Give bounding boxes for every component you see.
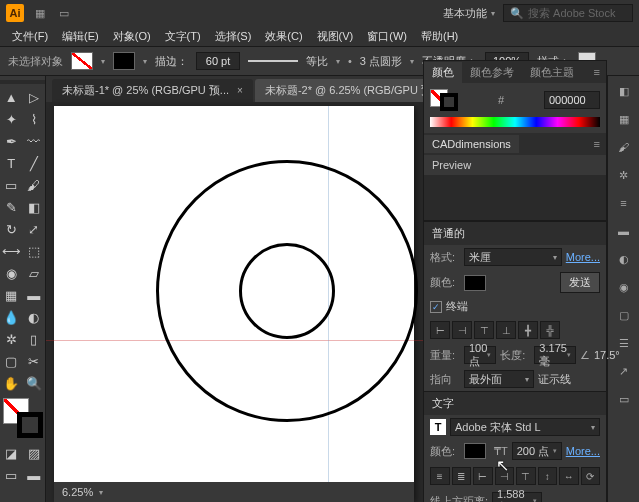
fill-stroke-control[interactable]	[3, 398, 43, 438]
symbol-sprayer-tool[interactable]: ✲	[0, 328, 23, 350]
direct-selection-tool[interactable]: ▷	[23, 86, 46, 108]
workspace-label[interactable]: 基本功能	[443, 6, 487, 21]
appearance-panel-icon[interactable]: ◉	[615, 278, 633, 296]
shape-builder-tool[interactable]: ◉	[0, 262, 23, 284]
text-align-5[interactable]: ⊤	[516, 467, 536, 485]
menu-edit[interactable]: 编辑(E)	[56, 27, 105, 46]
terminal-checkbox[interactable]: ✓	[430, 301, 442, 313]
send-button[interactable]: 发送	[560, 272, 600, 293]
transparency-panel-icon[interactable]: ◐	[615, 250, 633, 268]
slice-tool[interactable]: ✂	[23, 350, 46, 372]
menu-effect[interactable]: 效果(C)	[259, 27, 308, 46]
align-top-icon[interactable]: ⊥	[496, 321, 516, 339]
font-size-input[interactable]: 200 点▾	[512, 442, 562, 460]
text-align-1[interactable]: ≡	[430, 467, 450, 485]
artboard-tool[interactable]: ▢	[0, 350, 23, 372]
color-swatch[interactable]	[464, 275, 486, 291]
menu-file[interactable]: 文件(F)	[6, 27, 54, 46]
graphic-styles-panel-icon[interactable]: ▢	[615, 306, 633, 324]
tab-cad[interactable]: CADdimensions	[424, 135, 519, 153]
eraser-tool[interactable]: ◧	[23, 196, 46, 218]
format-select[interactable]: 米厘▾	[464, 248, 562, 266]
mini-fill-stroke[interactable]	[430, 89, 458, 111]
text-align-6[interactable]: ↕	[538, 467, 558, 485]
shaper-tool[interactable]: ✎	[0, 196, 23, 218]
swatches-panel-icon[interactable]: ▦	[615, 110, 633, 128]
menu-view[interactable]: 视图(V)	[311, 27, 360, 46]
zoom-tool[interactable]: 🔍	[23, 372, 46, 394]
fill-swatch[interactable]	[71, 52, 93, 70]
gradient-tool[interactable]: ▬	[23, 284, 46, 306]
point-select[interactable]: 最外面▾	[464, 370, 534, 388]
tab-color[interactable]: 颜色	[424, 62, 462, 83]
type-tool[interactable]: T	[0, 152, 23, 174]
uniform-label[interactable]: 等比	[306, 54, 328, 69]
inner-circle-shape[interactable]	[239, 243, 335, 339]
color-panel-icon[interactable]: ◧	[615, 82, 633, 100]
mesh-tool[interactable]: ▦	[0, 284, 23, 306]
stroke-indicator[interactable]	[17, 412, 43, 438]
close-icon[interactable]: ×	[237, 85, 243, 96]
align-right-icon[interactable]: ⊤	[474, 321, 494, 339]
stroke-panel-icon[interactable]: ≡	[615, 194, 633, 212]
chevron-down-icon[interactable]: ▾	[336, 57, 340, 66]
selection-tool[interactable]: ▲	[0, 86, 23, 108]
symbols-panel-icon[interactable]: ✲	[615, 166, 633, 184]
blend-tool[interactable]: ◐	[23, 306, 46, 328]
zoom-status[interactable]: 6.25%▾	[54, 482, 414, 502]
menu-select[interactable]: 选择(S)	[209, 27, 258, 46]
menu-type[interactable]: 文字(T)	[159, 27, 207, 46]
text-align-2[interactable]: ≣	[452, 467, 472, 485]
text-align-8[interactable]: ⟳	[581, 467, 601, 485]
lasso-tool[interactable]: ⌇	[23, 108, 46, 130]
text-align-4[interactable]: ⊣	[495, 467, 515, 485]
pen-tool[interactable]: ✒	[0, 130, 23, 152]
hand-tool[interactable]: ✋	[0, 372, 23, 394]
more-link[interactable]: More...	[566, 251, 600, 263]
paintbrush-tool[interactable]: 🖌	[23, 174, 46, 196]
tab-color-themes[interactable]: 颜色主题	[522, 62, 582, 83]
align-bottom-icon[interactable]: ╬	[540, 321, 560, 339]
screen-mode[interactable]: ▭	[0, 464, 23, 486]
font-select[interactable]: Adobe 宋体 Std L▾	[450, 418, 600, 436]
rectangle-tool[interactable]: ▭	[0, 174, 23, 196]
scale-tool[interactable]: ⤢	[23, 218, 46, 240]
screen-mode-2[interactable]: ▬	[23, 464, 46, 486]
document-tab-1[interactable]: 未标题-1* @ 25% (RGB/GPU 预...×	[52, 79, 253, 102]
search-stock-input[interactable]: 🔍 搜索 Adobe Stock	[503, 4, 633, 22]
chevron-down-icon[interactable]: ▾	[143, 57, 147, 66]
angle-value[interactable]: 17.5°	[594, 349, 620, 361]
stroke-swatch[interactable]	[113, 52, 135, 70]
text-align-3[interactable]: ⊢	[473, 467, 493, 485]
color-mode[interactable]: ◪	[0, 442, 23, 464]
brushes-panel-icon[interactable]: 🖌	[615, 138, 633, 156]
free-transform-tool[interactable]: ⬚	[23, 240, 46, 262]
graph-tool[interactable]: ▯	[23, 328, 46, 350]
align-middle-icon[interactable]: ╋	[518, 321, 538, 339]
align-center-icon[interactable]: ⊣	[452, 321, 472, 339]
magic-wand-tool[interactable]: ✦	[0, 108, 23, 130]
chevron-down-icon[interactable]: ▾	[410, 57, 414, 66]
brush-preset[interactable]: 3 点圆形	[360, 54, 402, 69]
artboards-panel-icon[interactable]: ▭	[615, 390, 633, 408]
line-above-input[interactable]: 1.588 毫▾	[492, 492, 542, 502]
bridge-icon[interactable]: ▦	[32, 5, 48, 21]
spectrum-slider[interactable]	[430, 117, 600, 127]
rotate-tool[interactable]: ↻	[0, 218, 23, 240]
gradient-panel-icon[interactable]: ▬	[615, 222, 633, 240]
stroke-weight-input[interactable]: 60 pt	[196, 52, 240, 70]
line-tool[interactable]: ╱	[23, 152, 46, 174]
align-left-icon[interactable]: ⊢	[430, 321, 450, 339]
text-color-swatch[interactable]	[464, 443, 486, 459]
more-link-2[interactable]: More...	[566, 445, 600, 457]
tab-color-guide[interactable]: 颜色参考	[462, 62, 522, 83]
chevron-down-icon[interactable]: ▾	[101, 57, 105, 66]
length-input[interactable]: 3.175 毫▾	[534, 346, 576, 364]
gradient-mode[interactable]: ▨	[23, 442, 46, 464]
menu-window[interactable]: 窗口(W)	[361, 27, 413, 46]
width-tool[interactable]: ⟷	[0, 240, 23, 262]
text-align-7[interactable]: ↔	[559, 467, 579, 485]
arrange-icon[interactable]: ▭	[56, 5, 72, 21]
chevron-down-icon[interactable]: ▾	[491, 9, 495, 18]
asset-export-panel-icon[interactable]: ↗	[615, 362, 633, 380]
